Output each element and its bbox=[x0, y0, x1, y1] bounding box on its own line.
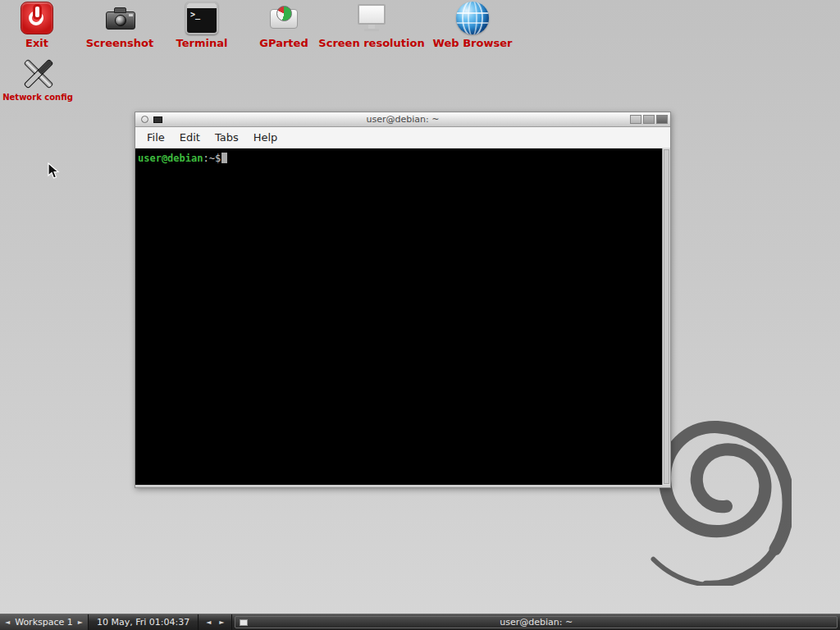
crossed-tools-icon bbox=[21, 57, 54, 90]
window-titlebar[interactable]: user@debian: ~ bbox=[135, 112, 670, 127]
menu-help[interactable]: Help bbox=[246, 128, 285, 147]
minimize-button[interactable] bbox=[630, 115, 641, 124]
tasklist-nav: ◄ ► bbox=[199, 614, 232, 630]
prompt-path: :~$ bbox=[203, 153, 221, 164]
icon-label: Exit bbox=[25, 37, 48, 49]
tasklist-prev-icon[interactable]: ◄ bbox=[206, 619, 211, 626]
icon-label: Screenshot bbox=[86, 37, 154, 49]
power-icon bbox=[21, 2, 53, 34]
close-button[interactable] bbox=[656, 115, 668, 124]
icon-label: GParted bbox=[259, 37, 308, 49]
workspace-label[interactable]: Workspace 1 bbox=[15, 617, 73, 628]
terminal-icon bbox=[185, 2, 218, 34]
icon-label: Web Browser bbox=[433, 37, 513, 49]
terminal-window: user@debian: ~ File Edit Tabs Help user@… bbox=[135, 112, 671, 488]
menu-tabs[interactable]: Tabs bbox=[208, 128, 246, 147]
titlebar-spinner-icon bbox=[141, 116, 148, 123]
icon-label: Screen resolution bbox=[318, 37, 424, 49]
workspace-pager: ◄ Workspace 1 ► bbox=[0, 614, 89, 630]
workspace-prev-icon[interactable]: ◄ bbox=[5, 619, 10, 626]
window-resize-edge[interactable] bbox=[135, 485, 670, 487]
taskbar-clock: 10 May, Fri 01:04:37 bbox=[89, 614, 199, 630]
camera-icon bbox=[103, 2, 136, 34]
icon-label: Terminal bbox=[176, 37, 228, 49]
desktop-icon-network-config[interactable]: Network config bbox=[0, 57, 95, 102]
icon-label: Network config bbox=[2, 93, 73, 102]
menu-file[interactable]: File bbox=[139, 128, 172, 147]
scrollbar-thumb[interactable] bbox=[664, 149, 669, 484]
gparted-disk-icon bbox=[267, 2, 300, 34]
terminal-cursor bbox=[221, 153, 227, 163]
desktop-icon-screen-resolution[interactable]: Screen resolution bbox=[314, 2, 429, 49]
prompt-user: user@debian bbox=[138, 153, 203, 164]
tasklist-next-icon[interactable]: ► bbox=[219, 619, 224, 626]
terminal-screen[interactable]: user@debian:~$ bbox=[135, 148, 662, 485]
terminal-menubar: File Edit Tabs Help bbox=[135, 127, 670, 148]
menu-edit[interactable]: Edit bbox=[172, 128, 208, 147]
task-button-label: user@debian: ~ bbox=[500, 617, 573, 628]
tasklist: user@debian: ~ bbox=[232, 614, 840, 630]
titlebar-terminal-icon bbox=[153, 116, 162, 123]
taskbar: ◄ Workspace 1 ► 10 May, Fri 01:04:37 ◄ ►… bbox=[0, 614, 840, 630]
mouse-cursor bbox=[48, 162, 61, 180]
window-title: user@debian: ~ bbox=[135, 114, 670, 125]
task-button-terminal[interactable]: user@debian: ~ bbox=[235, 616, 838, 628]
workspace-next-icon[interactable]: ► bbox=[78, 619, 83, 626]
desktop-icon-web-browser[interactable]: Web Browser bbox=[415, 2, 530, 49]
globe-icon bbox=[456, 2, 489, 34]
task-terminal-icon bbox=[240, 619, 248, 626]
terminal-scrollbar[interactable] bbox=[662, 148, 670, 485]
maximize-button[interactable] bbox=[643, 115, 655, 124]
monitor-icon bbox=[355, 2, 388, 34]
